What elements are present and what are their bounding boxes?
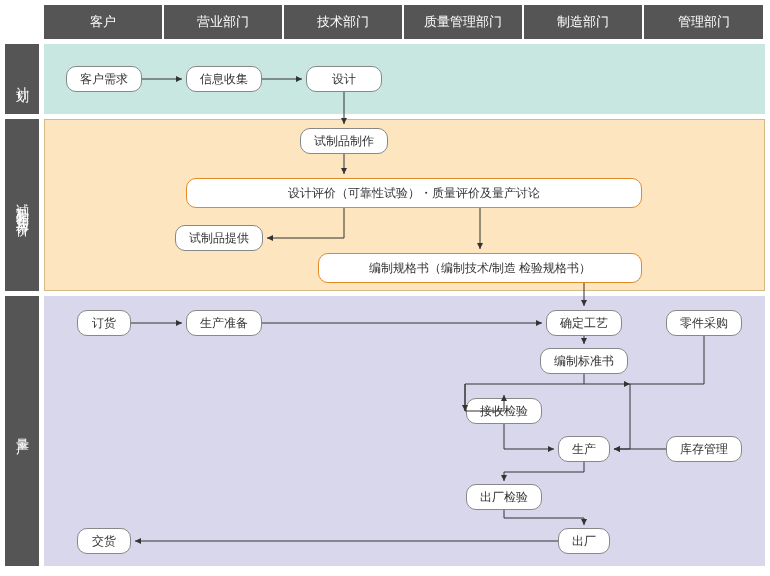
row-plan: 计划 [5,44,39,114]
node-customer-need: 客户需求 [66,66,142,92]
node-receive: 接收检验 [466,398,542,424]
node-ship: 出厂 [558,528,610,554]
lane-mass-bg [44,296,765,566]
node-parts: 零件采购 [666,310,742,336]
node-spec: 编制规格书（编制技术/制造 检验规格书） [318,253,642,283]
col-tech: 技术部门 [284,5,402,39]
node-produce: 生产 [558,436,610,462]
node-order: 订货 [77,310,131,336]
col-management: 管理部门 [644,5,763,39]
node-design-eval: 设计评价（可靠性试验）・质量评价及量产讨论 [186,178,642,208]
col-sales: 营业部门 [164,5,282,39]
node-process: 确定工艺 [546,310,622,336]
lane-plan-bg [44,44,765,114]
node-outinsp: 出厂检验 [466,484,542,510]
col-customer: 客户 [44,5,162,39]
row-proto: 试制品制作与评价 [5,119,39,291]
node-proto-make: 试制品制作 [300,128,388,154]
node-stock: 库存管理 [666,436,742,462]
col-quality: 质量管理部门 [404,5,522,39]
row-mass: 量产 [5,296,39,566]
node-deliver: 交货 [77,528,131,554]
node-standard: 编制标准书 [540,348,628,374]
col-manufacture: 制造部门 [524,5,642,39]
node-proto-give: 试制品提供 [175,225,263,251]
node-design: 设计 [306,66,382,92]
node-collect-info: 信息收集 [186,66,262,92]
node-prep: 生产准备 [186,310,262,336]
swimlane-diagram: 客户 营业部门 技术部门 质量管理部门 制造部门 管理部门 计划 试制品制作与评… [0,0,770,576]
